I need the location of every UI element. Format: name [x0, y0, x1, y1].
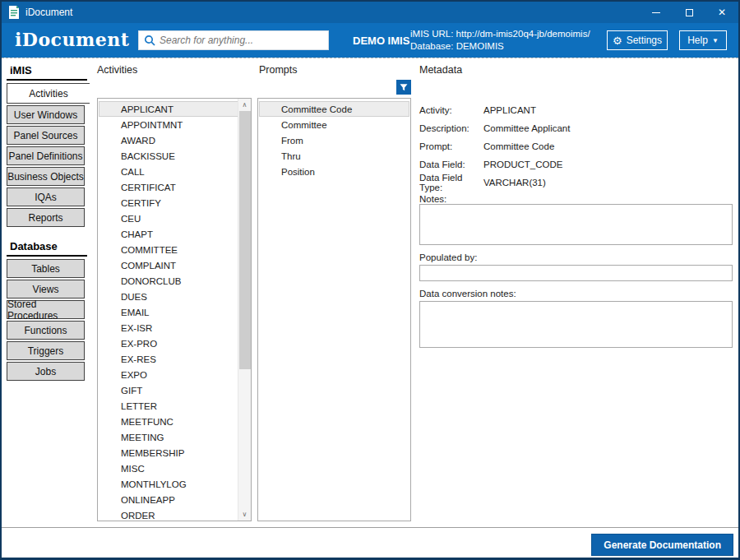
activity-item[interactable]: CERTIFICAT [99, 179, 250, 195]
imis-url-label: iMIS URL: [410, 29, 453, 39]
prompt-item[interactable]: From [259, 132, 409, 148]
help-button[interactable]: Help ▼ [679, 30, 727, 50]
sidebar-tab[interactable]: Functions [7, 321, 85, 340]
settings-button[interactable]: ⚙ Settings [607, 30, 668, 50]
filter-button[interactable] [396, 80, 411, 95]
activity-item[interactable]: DUES [99, 289, 250, 304]
activity-item[interactable]: AWARD [99, 132, 250, 148]
activity-item[interactable]: ONLINEAPP [99, 492, 250, 507]
chevron-down-icon: ▼ [712, 37, 719, 44]
titlebar: iDocument ✕ [2, 2, 738, 23]
activity-item[interactable]: COMMITTEE [99, 242, 250, 257]
filter-icon [399, 82, 409, 92]
metadata-row: Prompt: Committee Code [419, 137, 735, 155]
activities-panel-title: Activities [97, 64, 137, 76]
prompt-item[interactable]: Thru [259, 148, 409, 164]
sidebar-tab[interactable]: Activities [7, 83, 90, 104]
metadata-field-value: Committee Code [483, 141, 554, 151]
sidebar: iMIS ActivitiesUser WindowsPanel Sources… [7, 62, 89, 382]
activity-item[interactable]: BACKISSUE [99, 148, 250, 164]
database-label: Database: [410, 41, 453, 51]
gear-icon: ⚙ [613, 35, 622, 46]
search-box[interactable] [138, 30, 329, 50]
activity-item[interactable]: ORDER [99, 507, 250, 521]
sidebar-tab[interactable]: User Windows [7, 105, 85, 124]
sidebar-tab[interactable]: Panel Definitions [7, 146, 85, 165]
app-window-inner: iDocument ✕ iDocument DEMO IMIS [2, 2, 738, 558]
prompt-item[interactable]: Committee [259, 117, 409, 132]
generate-documentation-button[interactable]: Generate Documentation [591, 534, 733, 556]
metadata-row: Data Field: PRODUCT_CODE [419, 155, 735, 174]
activity-item[interactable]: CERTIFY [99, 195, 250, 211]
metadata-field-value: PRODUCT_CODE [483, 160, 562, 169]
activities-scrollbar[interactable]: ∧ ∨ [238, 99, 251, 521]
activity-item[interactable]: MISC [99, 460, 250, 476]
activities-list: ∧ ∨ APPLICANTAPPOINTMNTAWARDBACKISSUECAL… [97, 98, 252, 521]
main-area: iMIS ActivitiesUser WindowsPanel Sources… [2, 58, 738, 527]
document-icon [8, 6, 20, 19]
minimize-button[interactable] [640, 2, 673, 23]
scroll-down-icon[interactable]: ∨ [238, 508, 251, 521]
sidebar-tab[interactable]: Panel Sources [7, 126, 85, 145]
close-button[interactable]: ✕ [705, 2, 738, 23]
activity-item[interactable]: COMPLAINT [99, 257, 250, 273]
activity-item[interactable]: GIFT [99, 382, 250, 398]
sidebar-tab[interactable]: Views [7, 280, 85, 299]
metadata-row: Data Field Type: VARCHAR(31) [419, 174, 735, 192]
sidebar-tab[interactable]: Jobs [7, 362, 85, 381]
sidebar-tab[interactable]: Business Objects [7, 167, 85, 186]
metadata-field-label: Activity: [419, 105, 483, 115]
prompt-item[interactable]: Committee Code [259, 101, 409, 117]
sidebar-imis-tabs: ActivitiesUser WindowsPanel SourcesPanel… [7, 83, 89, 227]
imis-url-value: http://dm-imis20q4-jb/demoimis/ [456, 29, 590, 39]
activity-item[interactable]: APPLICANT [99, 101, 250, 117]
metadata-field-label: Data Field Type: [419, 173, 483, 192]
activity-item[interactable]: MEETFUNC [99, 414, 250, 429]
help-button-label: Help [687, 35, 708, 46]
metadata-field-label: Prompt: [419, 141, 483, 151]
activity-item[interactable]: MEETING [99, 429, 250, 445]
activity-item[interactable]: DONORCLUB [99, 273, 250, 289]
sidebar-tab[interactable]: Reports [7, 208, 85, 227]
activity-item[interactable]: APPOINTMNT [99, 117, 250, 132]
activity-item[interactable]: EMAIL [99, 304, 250, 320]
activity-item[interactable]: EX-RES [99, 351, 250, 367]
activity-item[interactable]: LETTER [99, 398, 250, 414]
populated-by-label: Populated by: [419, 252, 477, 262]
metadata-fields: Activity: APPLICANT Description: Committ… [419, 101, 735, 192]
activity-item[interactable]: CALL [99, 164, 250, 179]
notes-field[interactable] [419, 204, 733, 245]
populated-by-field[interactable] [419, 265, 733, 281]
scroll-up-icon[interactable]: ∧ [238, 99, 251, 111]
maximize-button[interactable] [673, 2, 705, 23]
app-window: iDocument ✕ iDocument DEMO IMIS [0, 0, 740, 560]
activity-item[interactable]: MONTHLYLOG [99, 476, 250, 492]
sidebar-database-tabs: TablesViewsStored ProceduresFunctionsTri… [7, 259, 89, 381]
sidebar-tab[interactable]: Triggers [7, 341, 85, 360]
activity-item[interactable]: CEU [99, 211, 250, 226]
activity-item[interactable]: CHAPT [99, 226, 250, 242]
prompt-item[interactable]: Position [259, 164, 409, 179]
sidebar-tab[interactable]: Stored Procedures [7, 300, 85, 319]
prompts-panel-title: Prompts [259, 64, 298, 76]
scrollbar-thumb[interactable] [239, 111, 251, 369]
sidebar-tab[interactable]: IQAs [7, 187, 85, 206]
environment-label: DEMO IMIS [353, 35, 409, 47]
sidebar-section-database: Database [7, 238, 87, 257]
activity-item[interactable]: MEMBERSHIP [99, 445, 250, 460]
activity-item[interactable]: EX-PRO [99, 336, 250, 351]
metadata-row: Activity: APPLICANT [419, 101, 735, 119]
search-input[interactable] [160, 35, 328, 46]
metadata-field-value: Committee Applicant [483, 123, 570, 133]
activity-item[interactable]: EX-ISR [99, 320, 250, 336]
metadata-field-label: Data Field: [419, 160, 483, 169]
database-value: DEMOIMIS [456, 41, 504, 51]
activity-item[interactable]: EXPO [99, 367, 250, 382]
sidebar-section-imis: iMIS [7, 62, 87, 81]
sidebar-tab[interactable]: Tables [7, 259, 85, 278]
data-conversion-notes-field[interactable] [419, 301, 733, 348]
metadata-panel-title: Metadata [419, 64, 462, 76]
window-title: iDocument [25, 7, 72, 18]
footer-bar: Generate Documentation [2, 527, 738, 558]
settings-button-label: Settings [627, 35, 662, 46]
